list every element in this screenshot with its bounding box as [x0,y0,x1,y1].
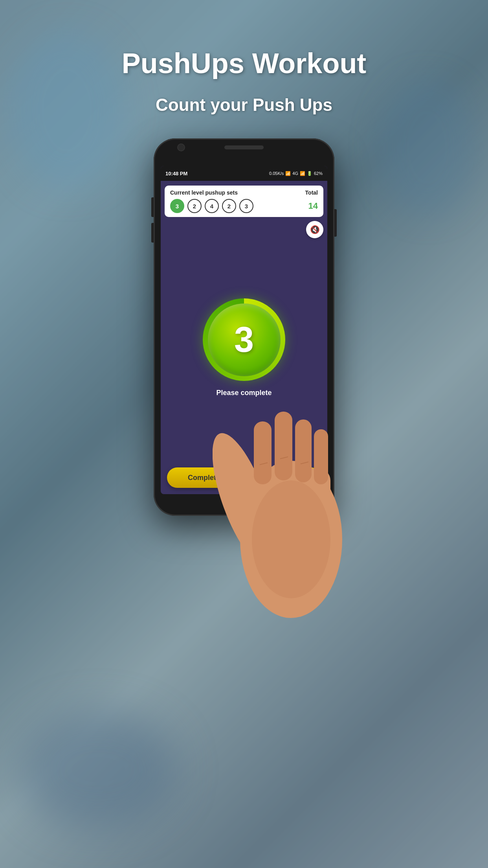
battery-level: 62% [314,171,323,176]
phone-volume-down-button [151,223,154,243]
set-circle-2[interactable]: 2 [187,199,202,213]
phone-power-button [334,209,337,237]
sets-label: Current level pushup sets [170,189,238,196]
set-circle-3[interactable]: 4 [205,199,219,213]
status-right: 0.05K/s 📶 4G 📶 🔋 62% [269,171,323,176]
sets-row: 3 2 4 2 3 [170,199,318,213]
mute-btn-container: 🔇 [161,219,327,240]
set-circle-1[interactable]: 3 [170,199,184,213]
hand-image [213,343,378,618]
total-label: Total [305,189,318,196]
phone-speaker [224,145,264,149]
status-speed: 0.05K/s [269,171,284,176]
mute-button[interactable]: 🔇 [306,221,323,238]
app-title: PushUps Workout [122,47,367,79]
svg-rect-4 [275,412,292,480]
wifi-icon: 📶 [285,171,291,176]
mute-icon: 🔇 [310,225,320,234]
status-bar: 10:48 PM 0.05K/s 📶 4G 📶 🔋 62% [161,166,327,181]
svg-rect-3 [254,421,272,484]
set-circles: 3 2 4 2 3 [170,199,253,213]
total-count: 14 [308,201,318,211]
phone-top-bar [154,145,334,149]
phone-volume-up-button [151,197,154,217]
battery-icon: 🔋 [307,171,312,176]
signal-icon: 📶 [300,171,305,176]
svg-rect-6 [314,429,328,484]
set-circle-5[interactable]: 3 [239,199,253,213]
phone-mockup: 10:48 PM 0.05K/s 📶 4G 📶 🔋 62% Current le… [142,138,346,610]
main-content: PushUps Workout Count your Push Ups 10:4… [0,0,488,868]
status-time: 10:48 PM [165,171,187,177]
app-subtitle: Count your Push Ups [156,95,332,115]
network-type: 4G [292,171,298,176]
set-circle-4[interactable]: 2 [222,199,236,213]
sets-card: Current level pushup sets Total 3 2 [165,186,323,217]
phone-camera [177,143,185,151]
svg-point-7 [252,480,330,598]
sets-card-header: Current level pushup sets Total [170,189,318,196]
svg-rect-5 [295,419,312,482]
